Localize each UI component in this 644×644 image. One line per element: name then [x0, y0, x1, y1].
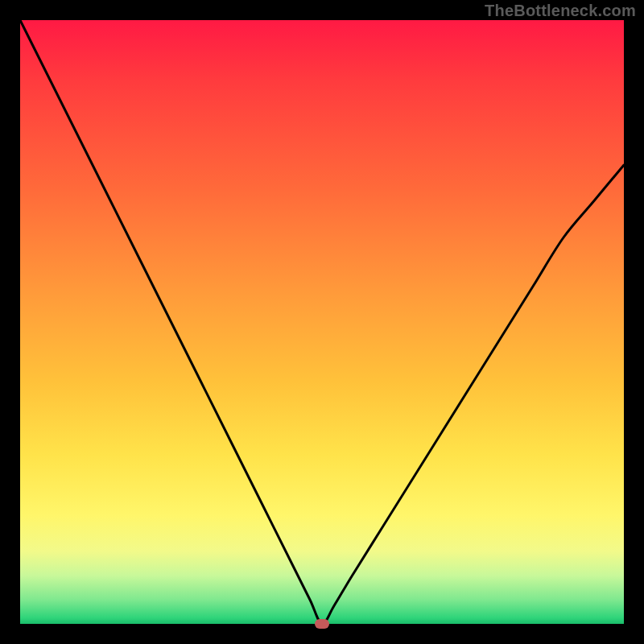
bottleneck-curve	[20, 20, 624, 624]
plot-area	[20, 20, 624, 624]
minimum-marker	[315, 619, 329, 629]
attribution-text: TheBottleneck.com	[485, 2, 636, 20]
chart-frame: TheBottleneck.com	[0, 0, 644, 644]
